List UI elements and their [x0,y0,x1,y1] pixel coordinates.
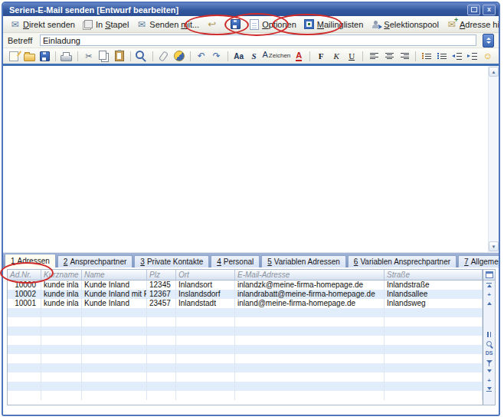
empty-table-row[interactable] [8,345,483,354]
empty-table-row[interactable] [8,363,483,372]
bold-button[interactable]: F [314,50,328,63]
copy-icon [99,51,106,60]
append-record-button[interactable]: + [483,376,495,385]
outdent-icon [452,53,462,60]
titlebar[interactable]: Serien-E-Mail senden [Entwurf bearbeiten… [3,3,499,16]
open-button[interactable] [22,50,36,63]
empty-table-row[interactable] [8,326,483,336]
copy-button[interactable] [97,50,111,63]
align-center-button[interactable] [382,50,396,63]
empty-table-row[interactable] [8,382,483,391]
tab-adressen[interactable]: 1Adressen [5,254,56,267]
tab-ansprechpartner[interactable]: 2Ansprechpartner [57,255,133,267]
font-color-button[interactable]: A [292,50,306,63]
col-header-adnr[interactable]: Ad.Nr. [8,270,41,280]
bullet-list-button[interactable] [435,50,449,63]
scroll-up-button[interactable]: ▲ [489,67,499,77]
cut-button[interactable]: ✂ [82,50,96,63]
empty-table-row[interactable] [8,336,483,345]
underline-button[interactable]: U [345,50,358,63]
help-button[interactable] [172,50,186,63]
smiley-button[interactable]: ☺ [481,50,495,63]
senden-mit-label: Senden mit... [149,20,199,29]
empty-table-row[interactable] [8,317,483,326]
subject-spinner[interactable] [483,34,494,48]
first-record-button[interactable] [483,281,495,290]
scissors-icon: ✂ [85,51,92,61]
tab-allgemeine-variablen[interactable]: 7Allgemeine Variablen [458,255,500,267]
column-chooser-icon [486,271,493,278]
numbered-list-button[interactable] [420,50,434,63]
tab-variablen-ansprechpartner[interactable]: 6Variablen Ansprechpartner [348,255,457,267]
subject-input[interactable] [40,34,476,46]
col-header-strasse[interactable]: Straße [385,270,483,280]
editor-scrollbar[interactable]: ▲ ▼ [488,66,499,252]
dataset-button[interactable]: DS [483,348,495,357]
italic-button[interactable]: K [329,50,343,63]
optionen-button[interactable]: Optionen [245,18,299,31]
in-stapel-button[interactable]: In Stapel [79,18,132,31]
font-size-button[interactable]: Aa [232,50,246,63]
column-resize-button[interactable] [483,330,495,339]
save-disk-icon [230,19,241,30]
col-header-name[interactable]: Name [82,270,147,280]
empty-table-row[interactable] [8,372,483,382]
indent-button[interactable] [466,50,479,63]
mailinglisten-button[interactable]: Mailinglisten [300,18,367,31]
new-message-icon [9,51,18,61]
back-arrow-icon: ↩ [206,19,218,30]
table-row[interactable]: 10000 kunde inla Kunde Inland 12345 Inla… [8,281,483,290]
align-left-icon [370,53,378,60]
font-style-button[interactable]: S [247,50,261,63]
format-separator [190,51,191,61]
attach-button[interactable] [157,50,171,63]
last-record-button[interactable] [483,385,495,394]
scroll-down-button[interactable]: ▼ [489,241,499,251]
outdent-button[interactable] [450,50,464,63]
format-separator [55,51,56,61]
filter-button[interactable] [483,357,495,366]
adresse-hinzufuegen-button[interactable]: ✉+ Adresse hinzufügen [443,18,500,31]
undo-button[interactable]: ↶ [195,50,208,63]
search-button[interactable] [135,50,149,63]
senden-mit-button[interactable]: ✉ Senden mit... [133,18,202,31]
search-record-button[interactable] [483,339,495,348]
redo-button[interactable]: ↷ [210,50,224,63]
print-button[interactable] [60,50,74,63]
table-row[interactable]: 10001 kunde inla Kunde Inland 23457 Inla… [8,299,483,308]
undo-icon: ↶ [198,51,205,61]
insert-record-button[interactable]: + [483,290,495,299]
align-left-button[interactable] [367,50,381,63]
save-text-button[interactable] [38,50,51,63]
underline-icon: U [349,51,355,61]
restore-button[interactable] [467,5,480,15]
col-header-email[interactable]: E-Mail-Adresse [235,270,385,280]
message-body-input[interactable] [3,66,488,252]
col-header-ort[interactable]: Ort [176,270,235,280]
tab-private-kontakte[interactable]: 3Private Kontakte [134,255,209,267]
empty-table-row[interactable] [8,354,483,363]
send-history-button[interactable]: ↩ [203,18,221,31]
selection-pool-person-icon [370,19,381,30]
empty-table-row[interactable] [8,308,483,317]
empty-table-row[interactable] [8,391,483,400]
grid-header-row: Ad.Nr. Kurzname Name Plz Ort E-Mail-Adre… [8,270,483,281]
tab-variablen-adressen[interactable]: 5Variablen Adressen [261,255,346,267]
new-message-button[interactable] [7,50,21,63]
close-button[interactable]: x [483,5,496,15]
save-button[interactable] [227,18,244,31]
col-header-plz[interactable]: Plz [147,270,176,280]
add-address-icon: ✉+ [446,19,457,30]
align-right-button[interactable] [398,50,411,63]
paste-button[interactable] [113,50,126,63]
prev-record-button[interactable] [483,299,495,308]
col-header-kurzname[interactable]: Kurzname [41,270,82,280]
column-chooser-button[interactable] [483,270,495,281]
selektionspool-button[interactable]: Selektionspool [367,18,442,31]
tab-personal[interactable]: 4Personal [211,255,260,267]
table-row[interactable]: 10002 kunde inla Kunde Inland mit Rabatt… [8,290,483,299]
next-record-button[interactable] [483,366,495,376]
direkt-senden-button[interactable]: ✉ Direkt senden [6,18,78,31]
char-format-button[interactable]: AZeichen [263,50,291,63]
printer-icon [61,55,72,61]
